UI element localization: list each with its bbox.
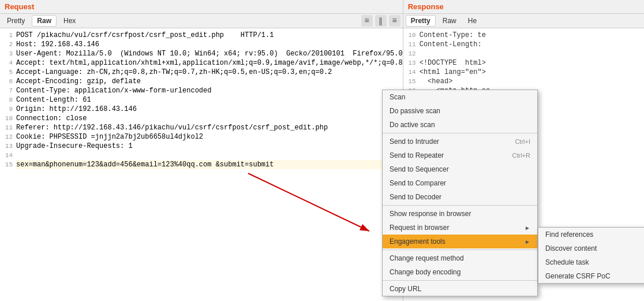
code-line-13: 13 Upgrade-Insecure-Requests: 1	[0, 142, 403, 151]
submenu-item-schedule-task[interactable]: Schedule task	[538, 255, 644, 269]
code-line-12: 12 Cookie: PHPSESSID =jnjjn2a7bj2ub6658u…	[0, 132, 403, 142]
code-line-4: 4 Accept: text/html,application/xhtml+xm…	[0, 58, 403, 68]
request-code-area: 1 POST /pikachu/vul/csrf/csrfpost/csrf_p…	[0, 28, 403, 301]
submenu-item-discover-content[interactable]: Discover content	[538, 241, 644, 255]
menu-item-engagement-label: Engagement tools	[390, 237, 445, 246]
code-line-5: 5 Accept-Language: zh-CN,zh;q=0.8,zh-TW;…	[0, 68, 403, 77]
menu-divider-3	[383, 250, 537, 250]
find-references-label: Find references	[545, 231, 593, 239]
request-tabs-row: Pretty Raw Hex ≡ ∥ ≡	[0, 14, 403, 28]
tab-raw[interactable]: Raw	[32, 15, 57, 27]
intruder-shortcut: Ctrl+I	[515, 138, 530, 145]
word-wrap-icon[interactable]: ≡	[361, 15, 373, 27]
engagement-submenu: Find references Discover content Schedul…	[538, 227, 644, 284]
resp-line-10: 10 Content-Type: te	[403, 31, 644, 40]
resp-line-12: 12	[403, 49, 644, 58]
menu-item-send-intruder-label: Send to Intruder	[390, 138, 439, 146]
tab-pretty[interactable]: Pretty	[2, 16, 29, 26]
menu-item-send-decoder-label: Send to Decoder	[390, 193, 441, 201]
code-line-15: 15 sex=man&phonenum=123&add=456&email=12…	[0, 160, 403, 169]
menu-item-change-encoding-label: Change body encoding	[390, 268, 460, 276]
resp-line-15: 15 <head>	[403, 77, 644, 86]
code-line-3: 3 User-Agent: Mozilla/5.0 (Windows NT 10…	[0, 49, 403, 58]
menu-item-scan-label: Scan	[390, 93, 405, 101]
menu-item-change-encoding[interactable]: Change body encoding	[383, 265, 537, 279]
menu-item-passive-scan-label: Do passive scan	[390, 107, 440, 115]
request-pane: Request Pretty Raw Hex ≡ ∥ ≡ 1 POST /pik…	[0, 0, 403, 301]
tab-response-hex[interactable]: He	[463, 16, 481, 26]
submenu-item-generate-csrf[interactable]: Generate CSRF PoC	[538, 269, 644, 283]
repeater-shortcut: Ctrl+R	[512, 152, 530, 159]
generate-csrf-label: Generate CSRF PoC	[545, 272, 611, 280]
tab-response-raw[interactable]: Raw	[438, 16, 461, 26]
menu-item-passive-scan[interactable]: Do passive scan	[383, 104, 537, 118]
menu-item-active-scan[interactable]: Do active scan	[383, 118, 537, 132]
request-browser-arrow: ►	[525, 225, 530, 231]
code-line-8: 8 Content-Length: 61	[0, 95, 403, 105]
response-header: Response	[403, 0, 644, 14]
engagement-arrow: ►	[525, 239, 530, 245]
code-line-14: 14	[0, 151, 403, 160]
tab-response-pretty[interactable]: Pretty	[406, 15, 436, 27]
lines-icon[interactable]: ∥	[375, 15, 387, 27]
menu-divider-1	[383, 133, 537, 133]
menu-item-send-sequencer[interactable]: Send to Sequencer	[383, 162, 537, 176]
menu-item-show-response[interactable]: Show response in browser	[383, 207, 537, 221]
menu-item-show-response-label: Show response in browser	[390, 210, 471, 218]
resp-line-13: 13 <!DOCTYPE html>	[403, 58, 644, 68]
menu-divider-2	[383, 205, 537, 206]
menu-item-send-repeater[interactable]: Send to Repeater Ctrl+R	[383, 148, 537, 162]
submenu-item-find-references[interactable]: Find references	[538, 228, 644, 241]
menu-item-send-comparer[interactable]: Send to Comparer	[383, 176, 537, 190]
code-line-6: 6 Accept-Encoding: gzip, deflate	[0, 77, 403, 86]
menu-item-copy-url[interactable]: Copy URL	[383, 282, 537, 296]
code-line-9: 9 Origin: http://192.168.43.146	[0, 105, 403, 114]
menu-item-send-intruder[interactable]: Send to Intruder Ctrl+I	[383, 135, 537, 148]
menu-item-request-browser-label: Request in browser	[390, 224, 449, 232]
menu-item-send-comparer-label: Send to Comparer	[390, 179, 446, 187]
code-line-1: 1 POST /pikachu/vul/csrf/csrfpost/csrf_p…	[0, 31, 403, 40]
resp-line-11: 11 Content-Length:	[403, 40, 644, 49]
menu-item-send-sequencer-label: Send to Sequencer	[390, 165, 449, 173]
request-title: Request	[5, 2, 34, 11]
request-header: Request	[0, 0, 403, 14]
menu-item-copy-url-label: Copy URL	[390, 285, 421, 293]
discover-content-label: Discover content	[545, 244, 597, 252]
tab-icons: ≡ ∥ ≡	[361, 15, 400, 27]
menu-item-send-decoder[interactable]: Send to Decoder	[383, 190, 537, 204]
code-line-10: 10 Connection: close	[0, 114, 403, 123]
context-menu: Scan Do passive scan Do active scan Send…	[382, 90, 538, 296]
code-line-2: 2 Host: 192.168.43.146	[0, 40, 403, 49]
menu-item-scan[interactable]: Scan	[383, 90, 537, 104]
tab-hex[interactable]: Hex	[59, 16, 80, 26]
menu-item-active-scan-label: Do active scan	[390, 121, 435, 129]
response-tabs-row: Pretty Raw He	[403, 14, 644, 28]
menu-item-change-method[interactable]: Change request method	[383, 251, 537, 265]
code-line-7: 7 Content-Type: application/x-www-form-u…	[0, 86, 403, 95]
menu-item-request-browser[interactable]: Request in browser ►	[383, 221, 537, 235]
menu-item-engagement[interactable]: Engagement tools ►	[383, 235, 537, 248]
menu-item-send-repeater-label: Send to Repeater	[390, 151, 444, 159]
menu-divider-4	[383, 280, 537, 281]
code-line-11: 11 Referer: http://192.168.43.146/pikach…	[0, 123, 403, 132]
resp-line-14: 14 <html lang="en">	[403, 68, 644, 77]
menu-icon[interactable]: ≡	[389, 15, 400, 27]
menu-item-change-method-label: Change request method	[390, 254, 464, 262]
response-title: Response	[408, 2, 444, 11]
schedule-task-label: Schedule task	[545, 258, 589, 266]
